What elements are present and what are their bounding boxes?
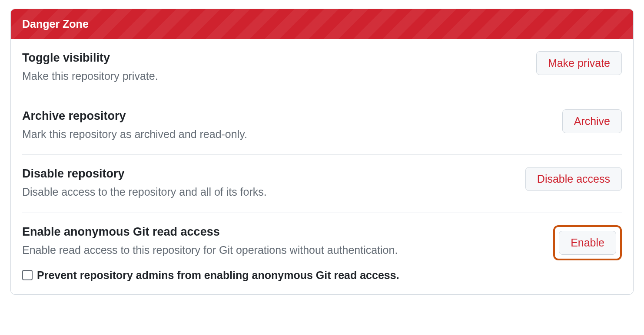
disable-repository-title: Disable repository — [22, 167, 517, 181]
archive-button[interactable]: Archive — [562, 109, 622, 133]
toggle-visibility-title: Toggle visibility — [22, 51, 528, 65]
anonymous-git-access-row: Enable anonymous Git read access Enable … — [22, 213, 622, 294]
archive-repository-desc: Mark this repository as archived and rea… — [22, 126, 554, 143]
prevent-admins-checkbox-label[interactable]: Prevent repository admins from enabling … — [37, 269, 399, 282]
danger-zone-header: Danger Zone — [11, 9, 633, 39]
toggle-visibility-desc: Make this repository private. — [22, 68, 528, 85]
disable-repository-text: Disable repository Disable access to the… — [22, 167, 525, 200]
toggle-visibility-text: Toggle visibility Make this repository p… — [22, 51, 536, 85]
archive-repository-title: Archive repository — [22, 109, 554, 123]
anonymous-git-access-title: Enable anonymous Git read access — [22, 225, 544, 239]
archive-repository-text: Archive repository Mark this repository … — [22, 109, 562, 143]
anonymous-git-access-text: Enable anonymous Git read access Enable … — [22, 225, 553, 259]
prevent-admins-checkbox-row: Prevent repository admins from enabling … — [22, 269, 622, 282]
enable-button-highlight: Enable — [553, 225, 622, 260]
toggle-visibility-row: Toggle visibility Make this repository p… — [22, 39, 622, 97]
anonymous-git-access-desc: Enable read access to this repository fo… — [22, 242, 544, 259]
disable-repository-desc: Disable access to the repository and all… — [22, 184, 517, 200]
disable-access-button[interactable]: Disable access — [525, 167, 622, 191]
archive-repository-row: Archive repository Mark this repository … — [22, 97, 622, 155]
disable-repository-row: Disable repository Disable access to the… — [22, 155, 622, 213]
make-private-button[interactable]: Make private — [536, 51, 622, 75]
enable-button[interactable]: Enable — [559, 231, 616, 255]
danger-zone-body: Toggle visibility Make this repository p… — [11, 39, 633, 294]
prevent-admins-checkbox[interactable] — [22, 270, 33, 280]
danger-zone-panel: Danger Zone Toggle visibility Make this … — [10, 9, 634, 295]
